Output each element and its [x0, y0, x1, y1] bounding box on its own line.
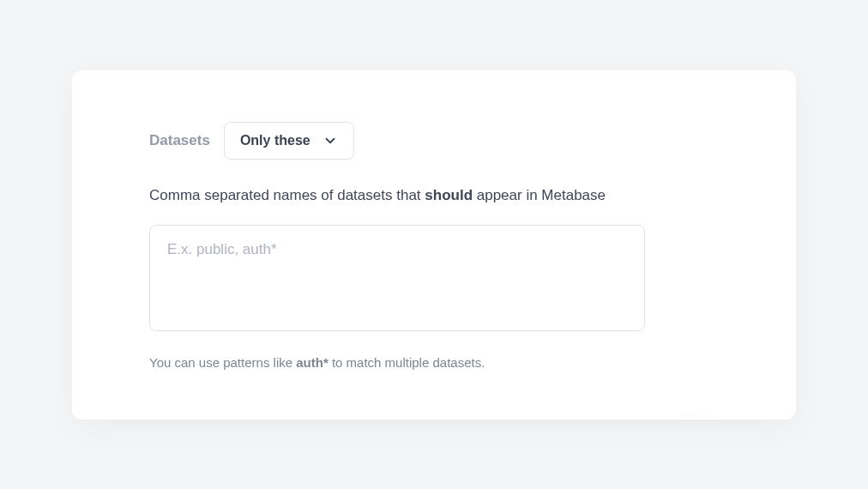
toggle-knob [677, 415, 696, 420]
jvm-title: Use the Java Virtual Machine (JVM) timez… [149, 416, 719, 420]
datasets-row: Datasets Only these [149, 122, 719, 160]
datasets-hint: You can use patterns like auth* to match… [149, 355, 719, 370]
settings-card: Datasets Only these Comma separated name… [72, 70, 796, 420]
desc-bold: should [425, 187, 473, 203]
datasets-label: Datasets [149, 132, 210, 149]
datasets-description: Comma separated names of datasets that s… [149, 187, 719, 204]
datasets-dropdown-label: Only these [240, 133, 310, 148]
fade-overlay [72, 368, 796, 420]
datasets-dropdown[interactable]: Only these [224, 122, 354, 160]
desc-suffix: appear in Metabase [473, 187, 606, 203]
datasets-input[interactable] [149, 225, 645, 331]
hint-prefix: You can use patterns like [149, 355, 296, 370]
hint-bold: auth* [296, 355, 329, 370]
desc-prefix: Comma separated names of datasets that [149, 187, 425, 203]
chevron-down-icon [322, 133, 338, 148]
hint-suffix: to match multiple datasets. [329, 355, 485, 370]
jvm-timezone-setting: Use the Java Virtual Machine (JVM) timez… [149, 416, 719, 420]
jvm-timezone-toggle[interactable] [674, 413, 719, 420]
